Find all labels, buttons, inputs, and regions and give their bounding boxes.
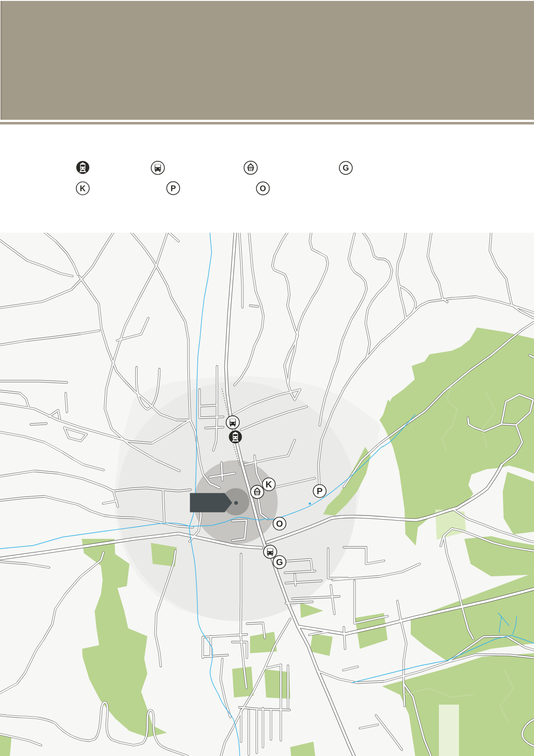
svg-text:O: O bbox=[260, 184, 266, 193]
svg-text:P: P bbox=[171, 184, 176, 193]
svg-text:P: P bbox=[317, 486, 322, 496]
svg-text:G: G bbox=[276, 557, 283, 567]
svg-text:O: O bbox=[276, 519, 283, 529]
svg-text:K: K bbox=[266, 479, 272, 489]
svg-text:G: G bbox=[342, 164, 349, 172]
svg-text:K: K bbox=[80, 184, 86, 193]
